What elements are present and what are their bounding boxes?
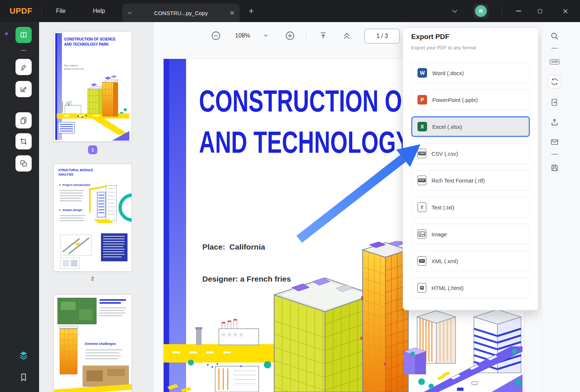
export-option-label: Image — [431, 231, 447, 237]
thumb2-bullet2: Simple design — [59, 208, 82, 212]
thumb1-title: CONSTRUCTION OF SCIENCE AND TECHNOLOGY P… — [64, 37, 116, 47]
bullet-dot — [59, 184, 61, 186]
text-bar — [99, 310, 125, 311]
thumbnail-panel: CONSTRUCTION OF SCIENCE AND TECHNOLOGY P… — [39, 22, 153, 392]
layers-icon — [18, 350, 29, 361]
email-button[interactable] — [548, 135, 561, 149]
zoom-level[interactable]: 108% — [235, 32, 250, 39]
titlebar-chevron-down-icon[interactable] — [446, 0, 464, 22]
zoom-in-icon — [284, 30, 296, 41]
zoom-chevron-down-icon[interactable] — [264, 34, 268, 37]
main-area: 108% 1 / 3 CONSTR — [153, 22, 542, 392]
annotate-tool-button[interactable] — [15, 59, 32, 75]
export-option-csv[interactable]: CSV CSV (.csv) — [411, 143, 530, 164]
search-button[interactable] — [548, 29, 561, 43]
page-1-thumbnail[interactable]: CONSTRUCTION OF SCIENCE AND TECHNOLOGY P… — [53, 31, 132, 142]
right-toolbar: OCR — [542, 22, 580, 392]
text-bar — [99, 312, 125, 314]
minimize-icon — [516, 11, 521, 11]
minimize-button[interactable] — [508, 0, 529, 22]
export-option-label: Excel (.xlsx) — [432, 124, 462, 130]
export-option-text[interactable]: T Text (.txt) — [411, 197, 530, 218]
maximize-button[interactable] — [529, 0, 551, 22]
zoom-in-button[interactable] — [284, 30, 296, 41]
export-option-excel[interactable]: X Excel (.xlsx) — [411, 116, 530, 137]
edit-tool-button[interactable] — [15, 81, 32, 97]
ocr-icon: OCR — [550, 59, 559, 64]
export-option-rtf[interactable]: RTF Rich Text Format (.rtf) — [411, 170, 530, 191]
pages-icon — [19, 116, 28, 125]
thumb1-place: Place: California — [64, 64, 84, 67]
tab-chevron-down-icon[interactable] — [127, 11, 132, 14]
convert-export-button[interactable] — [548, 75, 561, 88]
photo-detail — [79, 309, 92, 320]
thumb1-meta: Place: California Designer: a French fri… — [64, 64, 84, 70]
export-option-label: PowerPoint (.pptx) — [432, 97, 478, 103]
page-arrow-icon — [550, 98, 559, 107]
previous-page-button[interactable] — [342, 31, 352, 40]
save-button[interactable] — [548, 161, 561, 174]
help-menu[interactable]: Help — [88, 0, 110, 22]
tab-title: CONSTRU...py_Copy — [136, 10, 226, 16]
export-option-label: HTML (.html) — [431, 285, 464, 291]
text-bar — [60, 193, 83, 194]
page-2-number: 2 — [74, 275, 111, 282]
text-bar — [60, 220, 84, 221]
text-bar — [60, 198, 81, 199]
layers-tool-button[interactable] — [15, 347, 32, 363]
zoom-out-button[interactable] — [210, 30, 221, 41]
left-toolbar — [0, 22, 39, 392]
image-icon — [417, 229, 426, 239]
scroll-to-top-icon — [318, 31, 328, 40]
text-bar — [99, 307, 126, 308]
export-option-xml[interactable]: </> XML (.xml) — [411, 251, 530, 271]
organize-pages-tool-button[interactable] — [15, 155, 32, 172]
text-bar-blue — [99, 302, 121, 304]
thumb2-bullet1: Project introduction — [59, 183, 90, 187]
text-bar — [85, 352, 119, 353]
text-bar — [85, 355, 121, 356]
page-3-thumbnail[interactable]: Extreme challenges — [53, 294, 132, 392]
reader-tool-button[interactable] — [15, 27, 32, 43]
export-option-label: Rich Text Format (.rtf) — [431, 177, 485, 184]
go-to-top-button[interactable] — [318, 31, 328, 40]
ocr-button[interactable]: OCR — [548, 55, 561, 68]
titlebar-divider — [41, 7, 42, 15]
avatar: R — [475, 5, 487, 17]
close-button[interactable] — [551, 0, 580, 22]
tab-close-icon[interactable] — [230, 11, 234, 15]
export-option-image[interactable]: Image — [411, 224, 530, 244]
page-export-button[interactable] — [548, 96, 561, 109]
page-indicator-input[interactable]: 1 / 3 — [364, 29, 400, 43]
share-button[interactable] — [548, 116, 561, 129]
file-menu[interactable]: File — [51, 0, 71, 22]
export-panel-title: Export PDF — [411, 33, 449, 41]
bookmark-tool-button[interactable] — [15, 369, 32, 385]
text-bar — [85, 349, 122, 350]
envelope-icon — [550, 138, 559, 146]
export-option-word[interactable]: W Word (.docx) — [411, 63, 530, 83]
export-option-html[interactable]: H HTML (.html) — [411, 278, 530, 298]
account-button[interactable]: R — [473, 4, 489, 18]
text-bar-blue — [99, 299, 126, 301]
page-2-thumbnail[interactable]: STRUCTURAL MODULE ANALYSIS Project intro… — [53, 164, 132, 272]
tower-grid — [60, 329, 77, 374]
highlighter-icon — [19, 63, 28, 71]
pages-tool-button[interactable] — [15, 112, 32, 128]
page-1-number-badge[interactable]: 1 — [88, 145, 97, 154]
new-tab-button[interactable] — [243, 0, 259, 22]
photo-detail — [87, 370, 103, 381]
titlebar: UPDF File Help CONSTRU...py_Copy R — [0, 0, 580, 22]
close-icon — [563, 9, 568, 14]
controls-divider — [502, 7, 502, 15]
crop-tool-button[interactable] — [15, 133, 32, 149]
word-icon: W — [417, 68, 427, 78]
text-bar — [60, 215, 85, 216]
thumb3-photo-green — [57, 298, 97, 324]
export-option-powerpoint[interactable]: P PowerPoint (.pptx) — [411, 89, 530, 110]
document-tab[interactable]: CONSTRU...py_Copy — [122, 4, 240, 22]
thumb3-heading: Extreme challenges — [85, 342, 116, 346]
export-panel-subtitle: Export your PDF to any format — [411, 45, 476, 50]
notification-dot — [5, 32, 8, 35]
updf-logo: UPDF — [10, 0, 32, 22]
